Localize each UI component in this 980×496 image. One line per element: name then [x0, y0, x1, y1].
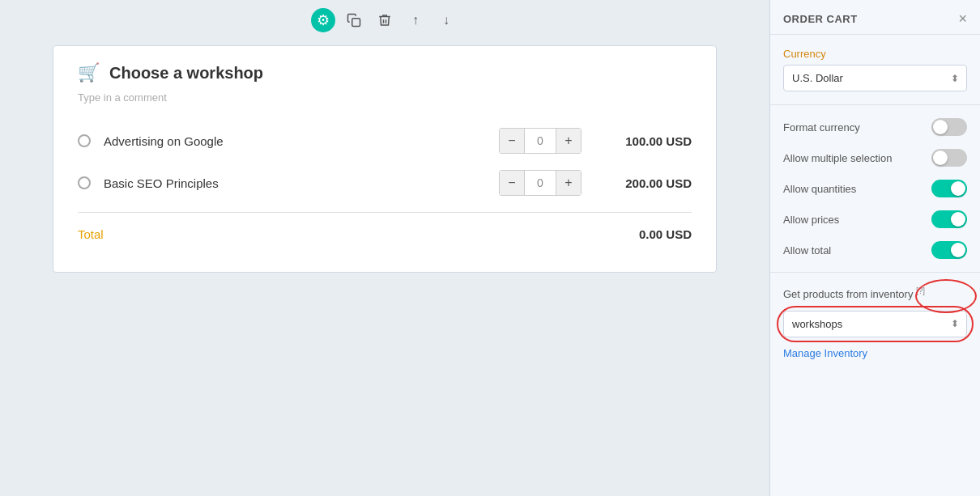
currency-label: Currency: [783, 48, 967, 60]
allow-quantities-row: Allow quantities: [783, 180, 967, 197]
widget-header: 🛒 Choose a workshop: [78, 62, 692, 83]
allow-total-label: Allow total: [783, 244, 831, 256]
item-radio-2[interactable]: [78, 176, 91, 189]
help-icon: [?]: [916, 286, 925, 295]
item-row: Advertising on Google − + 100.00 USD: [78, 120, 692, 162]
allow-multiple-label: Allow multiple selection: [783, 152, 892, 164]
allow-total-toggle[interactable]: [931, 241, 967, 259]
quantity-control-2: − +: [499, 170, 582, 196]
currency-select[interactable]: U.S. Dollar: [783, 65, 967, 91]
qty-plus-1[interactable]: +: [556, 129, 581, 153]
format-currency-toggle[interactable]: [931, 118, 967, 136]
qty-minus-1[interactable]: −: [500, 129, 524, 153]
inner-select-wrapper: workshops: [783, 311, 967, 337]
allow-multiple-row: Allow multiple selection: [783, 149, 967, 167]
qty-minus-2[interactable]: −: [500, 171, 524, 195]
right-panel: ORDER CART × Currency U.S. Dollar Format…: [769, 0, 980, 496]
item-price-2: 200.00 USD: [594, 176, 692, 190]
allow-quantities-slider: [931, 180, 967, 197]
comment-placeholder: Type in a comment: [78, 91, 692, 104]
panel-title: ORDER CART: [783, 13, 858, 25]
format-currency-label: Format currency: [783, 121, 860, 134]
allow-total-slider: [931, 241, 967, 259]
widget-card: 🛒 Choose a workshop Type in a comment Ad…: [53, 45, 717, 273]
currency-field: Currency U.S. Dollar: [783, 48, 967, 91]
copy-button[interactable]: [342, 8, 366, 32]
allow-multiple-toggle[interactable]: [931, 149, 967, 167]
inventory-section: Get products from inventory [?] workshop…: [783, 286, 967, 359]
close-button[interactable]: ×: [958, 11, 967, 26]
panel-separator-1: [770, 104, 980, 105]
currency-select-wrapper: U.S. Dollar: [783, 65, 967, 91]
inventory-select[interactable]: workshops: [783, 311, 967, 337]
quantity-control-1: − +: [499, 128, 582, 154]
gear-button[interactable]: ⚙: [311, 8, 335, 32]
panel-header: ORDER CART ×: [770, 0, 980, 35]
move-up-button[interactable]: ↑: [403, 8, 428, 32]
allow-prices-toggle[interactable]: [931, 210, 967, 228]
manage-inventory-link[interactable]: Manage Inventory: [783, 347, 967, 359]
allow-quantities-toggle[interactable]: [931, 180, 967, 197]
allow-quantities-label: Allow quantities: [783, 183, 856, 195]
qty-plus-2[interactable]: +: [556, 171, 581, 195]
total-label: Total: [78, 227, 104, 241]
format-currency-row: Format currency: [783, 118, 967, 136]
move-down-button[interactable]: ↓: [434, 8, 458, 32]
item-label-2: Basic SEO Principles: [104, 176, 486, 190]
inventory-select-wrapper: workshops: [783, 311, 967, 337]
total-value: 0.00 USD: [639, 227, 692, 241]
get-products-label: Get products from inventory [?]: [783, 286, 925, 303]
item-row-2: Basic SEO Principles − + 200.00 USD: [78, 162, 692, 204]
allow-prices-label: Allow prices: [783, 214, 839, 226]
qty-input-2[interactable]: [524, 171, 556, 195]
format-currency-slider: [931, 118, 967, 136]
allow-prices-row: Allow prices: [783, 210, 967, 228]
svg-rect-0: [352, 19, 360, 27]
total-row: Total 0.00 USD: [78, 221, 692, 248]
allow-multiple-slider: [931, 149, 967, 167]
divider: [78, 212, 692, 213]
allow-total-row: Allow total: [783, 241, 967, 259]
item-label-1: Advertising on Google: [104, 134, 486, 148]
panel-separator-2: [770, 272, 980, 273]
qty-input-1[interactable]: [524, 129, 556, 153]
item-radio-1[interactable]: [78, 134, 91, 147]
panel-body: Currency U.S. Dollar Format currency All…: [770, 35, 980, 372]
delete-button[interactable]: [373, 8, 397, 32]
get-products-row: Get products from inventory [?]: [783, 286, 967, 303]
allow-prices-slider: [931, 210, 967, 228]
cart-icon: 🛒: [78, 62, 100, 83]
item-price-1: 100.00 USD: [594, 134, 692, 148]
widget-title: Choose a workshop: [109, 64, 263, 83]
toolbar: ⚙ ↑ ↓: [311, 8, 458, 32]
